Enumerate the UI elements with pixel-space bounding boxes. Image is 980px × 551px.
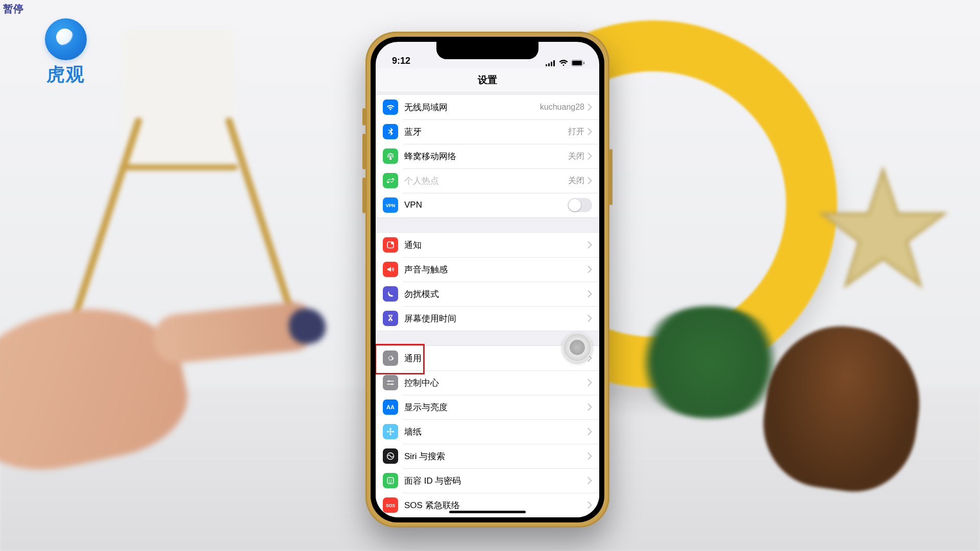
mute-switch [362, 108, 365, 126]
volume-down-button [362, 178, 365, 213]
row-label: 显示与亮度 [404, 402, 587, 413]
row-label: 墙纸 [404, 426, 587, 438]
svg-rect-6 [572, 61, 582, 65]
row-label: Siri 与搜索 [404, 450, 587, 462]
chevron-right-icon [587, 502, 592, 509]
chevron-right-icon [587, 453, 592, 460]
home-indicator[interactable] [449, 511, 526, 513]
settings-group: 通知声音与触感勿扰模式屏幕使用时间 [376, 232, 599, 331]
row-label: 屏幕使用时间 [404, 313, 587, 324]
row-label: 控制中心 [404, 377, 587, 389]
decor-star-ornament [817, 163, 949, 296]
notch [436, 42, 538, 59]
chevron-right-icon [587, 177, 592, 184]
settings-row-screentime[interactable]: 屏幕使用时间 [376, 306, 599, 331]
wifi-icon [383, 99, 398, 115]
svg-rect-4 [553, 60, 555, 66]
settings-group: 无线局域网kuchuang28蓝牙打开蜂窝移动网络关闭个人热点关闭VPN [376, 94, 599, 218]
settings-row-dnd[interactable]: 勿扰模式 [376, 282, 599, 306]
settings-row-wallpaper[interactable]: 墙纸 [376, 419, 599, 444]
chevron-right-icon [587, 104, 592, 111]
gear-icon [383, 350, 398, 366]
pause-caption: 暂停 [3, 2, 23, 16]
settings-group: 通用控制中心显示与亮度墙纸Siri 与搜索面容 ID 与密码SOS 紧急联络电池 [376, 345, 599, 517]
chevron-right-icon [587, 266, 592, 273]
chevron-right-icon [587, 241, 592, 248]
brand-logo-icon [45, 18, 87, 60]
siri-icon [383, 448, 398, 464]
settings-row-sos[interactable]: SOS 紧急联络 [376, 493, 599, 517]
decor-pointing-hand [0, 260, 337, 444]
hourglass-icon [383, 311, 398, 326]
brand-text: 虎观 [46, 62, 85, 87]
moon-icon [383, 286, 398, 302]
decor-pine-branch [633, 306, 786, 418]
iphone-device: 9:12 设置 无线局域网kuchuang28蓝牙打开蜂窝移动网络关闭个人热点关 [365, 32, 609, 528]
chevron-right-icon [587, 404, 592, 411]
row-value: 打开 [568, 127, 584, 137]
status-time: 9:12 [387, 56, 410, 66]
svg-rect-1 [546, 64, 547, 66]
svg-rect-2 [548, 63, 550, 66]
speaker-icon [383, 262, 398, 277]
settings-row-hotspot[interactable]: 个人热点关闭 [376, 168, 599, 193]
settings-row-controlcenter[interactable]: 控制中心 [376, 370, 599, 395]
volume-up-button [362, 134, 365, 169]
chevron-right-icon [587, 477, 592, 484]
toggle-switch[interactable] [568, 198, 592, 212]
settings-row-bluetooth[interactable]: 蓝牙打开 [376, 119, 599, 144]
page-title: 设置 [478, 73, 497, 87]
settings-row-sounds[interactable]: 声音与触感 [376, 257, 599, 282]
bluetooth-icon [383, 124, 398, 139]
chevron-right-icon [587, 315, 592, 322]
row-label: 通知 [404, 239, 587, 251]
antenna-icon [383, 148, 398, 164]
nav-bar: 设置 [376, 68, 599, 92]
svg-rect-7 [583, 62, 584, 64]
row-label: 蓝牙 [404, 126, 568, 138]
chevron-right-icon [587, 379, 592, 386]
settings-row-siri[interactable]: Siri 与搜索 [376, 444, 599, 468]
row-label: 蜂窝移动网络 [404, 151, 568, 162]
chevron-right-icon [587, 428, 592, 435]
video-frame: 暂停 虎观 9:12 [0, 0, 980, 551]
side-button [609, 149, 612, 205]
chevron-right-icon [587, 128, 592, 135]
row-label: 面容 ID 与密码 [404, 475, 587, 487]
settings-row-faceid[interactable]: 面容 ID 与密码 [376, 468, 599, 493]
row-label: 声音与触感 [404, 264, 587, 276]
sos-icon [383, 497, 398, 513]
link-icon [383, 173, 398, 188]
row-label: 通用 [404, 353, 587, 364]
battery-status-icon [571, 60, 585, 66]
row-value: 关闭 [568, 151, 584, 162]
svg-rect-3 [551, 62, 552, 66]
settings-row-wifi[interactable]: 无线局域网kuchuang28 [376, 95, 599, 119]
row-value: kuchuang28 [540, 103, 584, 112]
sliders-icon [383, 375, 398, 390]
row-label: VPN [404, 200, 568, 210]
settings-row-notifications[interactable]: 通知 [376, 233, 599, 257]
row-label: SOS 紧急联络 [404, 499, 587, 511]
flower-icon [383, 424, 398, 439]
svg-marker-0 [822, 170, 944, 285]
row-label: 个人热点 [404, 175, 568, 187]
row-label: 无线局域网 [404, 102, 540, 113]
bell-icon [383, 237, 398, 253]
settings-row-display[interactable]: 显示与亮度 [376, 395, 599, 419]
phone-screen: 9:12 设置 无线局域网kuchuang28蓝牙打开蜂窝移动网络关闭个人热点关 [376, 42, 599, 517]
row-label: 勿扰模式 [404, 288, 587, 300]
cellular-signal-icon [546, 60, 556, 66]
settings-list[interactable]: 无线局域网kuchuang28蓝牙打开蜂窝移动网络关闭个人热点关闭VPN通知声音… [376, 92, 599, 517]
row-value: 关闭 [568, 176, 584, 186]
vpn-icon [383, 197, 398, 213]
settings-row-vpn[interactable]: VPN [376, 193, 599, 217]
watermark-brand: 虎观 [45, 18, 87, 87]
chevron-right-icon [587, 290, 592, 297]
face-icon [383, 473, 398, 488]
settings-row-cellular[interactable]: 蜂窝移动网络关闭 [376, 144, 599, 168]
chevron-right-icon [587, 153, 592, 160]
assistive-touch-button[interactable] [562, 333, 592, 362]
wifi-status-icon [559, 60, 568, 66]
aa-icon [383, 399, 398, 415]
